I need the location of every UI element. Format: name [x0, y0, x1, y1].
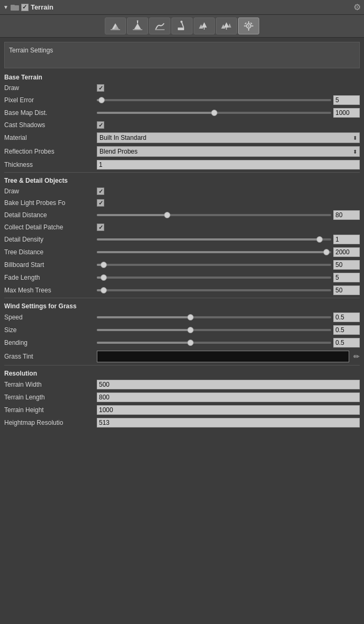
size-slider[interactable] [97, 326, 331, 334]
tree-distance-track [97, 251, 331, 253]
speed-label: Speed [4, 314, 97, 321]
detail-distance-thumb[interactable] [164, 212, 170, 218]
max-mesh-control [97, 286, 360, 295]
speed-track [97, 316, 331, 318]
collapse-arrow[interactable]: ▼ [3, 4, 8, 10]
billboard-start-input[interactable] [333, 260, 360, 270]
tree-distance-input[interactable] [333, 247, 360, 257]
bending-fill [97, 342, 190, 344]
terrain-height-input[interactable] [97, 405, 360, 415]
speed-slider[interactable] [97, 313, 331, 322]
panel-title: Terrain [31, 3, 53, 11]
thickness-control [97, 160, 360, 170]
billboard-start-track [97, 264, 331, 266]
speed-control [97, 313, 360, 322]
base-map-dist-input[interactable] [333, 108, 360, 118]
thickness-row: Thickness [0, 158, 364, 171]
draw-checkbox[interactable] [97, 84, 104, 92]
size-track [97, 329, 331, 331]
fade-length-thumb[interactable] [101, 274, 107, 281]
svg-rect-9 [155, 29, 165, 30]
material-dropdown[interactable]: Built In Standard ⬍ [97, 132, 360, 143]
terrain-length-input[interactable] [97, 393, 360, 402]
max-mesh-slider[interactable] [97, 286, 331, 295]
fade-length-input[interactable] [333, 273, 360, 282]
bending-thumb[interactable] [187, 340, 194, 346]
cast-shadows-checkbox[interactable] [97, 121, 104, 129]
collect-detail-checkbox[interactable] [97, 224, 104, 231]
tree-distance-slider[interactable] [97, 248, 331, 256]
resolution-header: Resolution [0, 367, 364, 378]
tree-draw-label: Draw [4, 188, 97, 195]
tree-draw-checkbox[interactable] [97, 188, 104, 195]
detail-density-slider[interactable] [97, 235, 331, 244]
tree-distance-thumb[interactable] [323, 249, 330, 255]
terrain-width-row: Terrain Width [0, 378, 364, 391]
paint-detail-button[interactable] [216, 17, 237, 34]
material-label: Material [4, 134, 97, 141]
svg-rect-24 [244, 25, 246, 26]
svg-rect-4 [111, 29, 120, 30]
heightmap-label: Heightmap Resolutio [4, 419, 97, 426]
max-mesh-thumb[interactable] [101, 287, 107, 293]
detail-distance-slider[interactable] [97, 211, 331, 219]
fade-length-slider[interactable] [97, 273, 331, 282]
bending-slider[interactable] [97, 338, 331, 347]
max-mesh-input[interactable] [333, 286, 360, 295]
paint-texture-icon [176, 20, 188, 32]
pixel-error-thumb[interactable] [98, 97, 105, 103]
paint-texture-button[interactable] [171, 17, 193, 34]
speed-row: Speed [0, 311, 364, 324]
speed-input[interactable] [333, 313, 360, 322]
size-input[interactable] [333, 325, 360, 335]
divider-1 [4, 172, 360, 173]
grass-tint-row: Grass Tint ✏ [0, 349, 364, 364]
heightmap-input[interactable] [97, 418, 360, 427]
terrain-width-input[interactable] [97, 380, 360, 389]
size-thumb[interactable] [187, 327, 194, 333]
base-map-dist-fill [97, 112, 214, 114]
reflection-dropdown[interactable]: Blend Probes ⬍ [97, 146, 360, 157]
smooth-button[interactable] [149, 17, 170, 34]
detail-distance-input[interactable] [333, 210, 360, 220]
base-map-dist-thumb[interactable] [211, 110, 217, 116]
pixel-error-slider[interactable] [97, 96, 331, 104]
detail-distance-fill [97, 214, 167, 216]
detail-distance-track [97, 214, 331, 216]
svg-rect-25 [251, 25, 253, 26]
reflection-row: Reflection Probes Blend Probes ⬍ [0, 145, 364, 158]
speed-thumb[interactable] [187, 314, 194, 320]
detail-density-thumb[interactable] [316, 236, 323, 243]
terrain-settings-button[interactable] [238, 17, 259, 34]
draw-label: Draw [4, 84, 97, 92]
reflection-dropdown-value: Blend Probes [99, 148, 138, 155]
thickness-input[interactable] [97, 160, 360, 170]
bake-light-checkbox[interactable] [97, 199, 104, 207]
detail-density-input[interactable] [333, 235, 360, 244]
raise-lower-button[interactable] [105, 17, 126, 34]
place-trees-icon [198, 20, 210, 32]
fade-length-row: Fade Length [0, 271, 364, 284]
grass-tint-swatch[interactable] [97, 351, 349, 362]
pixel-error-track [97, 99, 331, 101]
paint-detail-icon [221, 20, 232, 32]
raise-lower-icon [110, 20, 121, 32]
bending-input[interactable] [333, 338, 360, 347]
billboard-start-thumb[interactable] [101, 262, 107, 268]
settings-gear-icon[interactable]: ⚙ [353, 2, 361, 12]
paint-height-button[interactable] [127, 17, 148, 34]
billboard-start-slider[interactable] [97, 261, 331, 269]
terrain-visibility-checkbox[interactable] [21, 4, 29, 11]
grass-tint-picker-icon[interactable]: ✏ [353, 352, 360, 361]
base-map-dist-slider[interactable] [97, 109, 331, 117]
material-dropdown-arrow: ⬍ [353, 135, 357, 141]
detail-density-control [97, 235, 360, 244]
detail-density-label: Detail Density [4, 236, 97, 243]
reflection-dropdown-arrow: ⬍ [353, 149, 357, 155]
pixel-error-input[interactable] [333, 95, 360, 105]
terrain-height-control [97, 405, 360, 415]
divider-2 [4, 298, 360, 298]
terrain-settings-icon [243, 20, 254, 32]
place-trees-button[interactable] [194, 17, 215, 34]
paint-height-icon [132, 20, 143, 32]
